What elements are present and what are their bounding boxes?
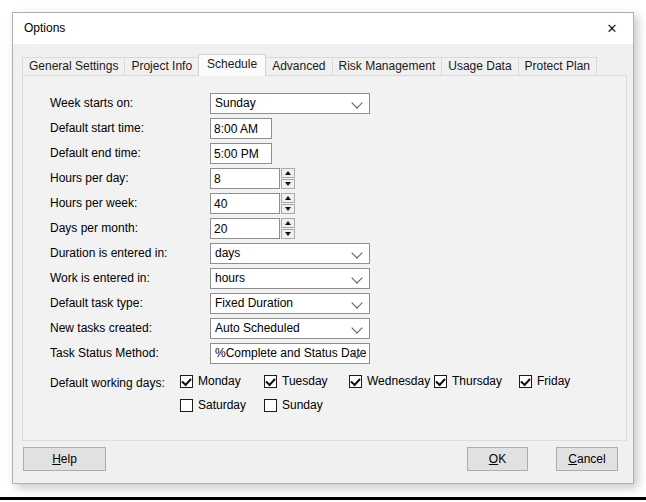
row-days-per-month: Days per month: bbox=[50, 218, 295, 239]
wednesday-checkbox-box[interactable] bbox=[349, 375, 362, 388]
cancel-button[interactable]: Cancel bbox=[556, 447, 618, 471]
spin-down-button[interactable] bbox=[281, 179, 295, 189]
wednesday-label: Wednesday bbox=[367, 374, 430, 388]
checkbox-saturday[interactable]: Saturday bbox=[180, 397, 246, 413]
row-hours-per-week: Hours per week: bbox=[50, 193, 295, 214]
chevron-down-icon bbox=[351, 272, 362, 283]
work-entered-in-label: Work is entered in: bbox=[50, 268, 210, 289]
schedule-tab-panel: Week starts on: Sunday Default start tim… bbox=[22, 75, 627, 441]
checkbox-monday[interactable]: Monday bbox=[180, 373, 241, 389]
tab-strip: General Settings Project Info Schedule A… bbox=[22, 54, 596, 76]
row-hours-per-day: Hours per day: bbox=[50, 168, 295, 189]
default-task-type-combobox[interactable]: Fixed Duration bbox=[210, 293, 370, 314]
hours-per-day-stepper bbox=[210, 168, 295, 189]
chevron-down-icon bbox=[351, 247, 362, 258]
work-entered-in-value: hours bbox=[215, 269, 245, 288]
arrow-up-icon bbox=[285, 171, 291, 175]
chevron-down-icon bbox=[351, 322, 362, 333]
title-bar: Options ✕ bbox=[13, 13, 633, 44]
checkbox-tuesday[interactable]: Tuesday bbox=[264, 373, 328, 389]
duration-entered-in-label: Duration is entered in: bbox=[50, 243, 210, 264]
week-starts-on-combobox[interactable]: Sunday bbox=[210, 93, 370, 114]
cancel-button-label: ancel bbox=[577, 452, 606, 466]
checkbox-friday[interactable]: Friday bbox=[519, 373, 570, 389]
tab-general-settings[interactable]: General Settings bbox=[22, 57, 125, 76]
row-new-tasks-created: New tasks created: Auto Scheduled bbox=[50, 318, 370, 339]
tab-usage-data[interactable]: Usage Data bbox=[441, 57, 518, 76]
tab-protect-plan[interactable]: Protect Plan bbox=[518, 57, 597, 76]
hours-per-week-stepper bbox=[210, 193, 295, 214]
checkmark-icon bbox=[350, 375, 360, 386]
hours-per-day-label: Hours per day: bbox=[50, 168, 210, 189]
default-task-type-label: Default task type: bbox=[50, 293, 210, 314]
tuesday-checkbox-box[interactable] bbox=[264, 375, 277, 388]
duration-entered-in-value: days bbox=[215, 244, 240, 263]
spin-up-button[interactable] bbox=[281, 168, 295, 178]
arrow-down-icon bbox=[285, 182, 291, 186]
checkbox-sunday[interactable]: Sunday bbox=[264, 397, 323, 413]
tab-schedule[interactable]: Schedule bbox=[198, 54, 266, 76]
row-default-start-time: Default start time: bbox=[50, 118, 272, 139]
spin-up-button[interactable] bbox=[281, 218, 295, 228]
checkbox-thursday[interactable]: Thursday bbox=[434, 373, 502, 389]
work-entered-in-combobox[interactable]: hours bbox=[210, 268, 370, 289]
help-button[interactable]: Help bbox=[23, 447, 106, 471]
cancel-button-mnemonic: C bbox=[568, 452, 577, 466]
help-button-mnemonic: H bbox=[52, 452, 61, 466]
arrow-down-icon bbox=[285, 207, 291, 211]
friday-label: Friday bbox=[537, 374, 570, 388]
hours-per-week-label: Hours per week: bbox=[50, 193, 210, 214]
hours-per-week-input[interactable] bbox=[210, 193, 280, 214]
default-end-time-label: Default end time: bbox=[50, 143, 210, 164]
days-per-month-label: Days per month: bbox=[50, 218, 210, 239]
row-week-starts-on: Week starts on: Sunday bbox=[50, 93, 370, 114]
checkmark-icon bbox=[520, 375, 530, 386]
saturday-checkbox-box[interactable] bbox=[180, 399, 193, 412]
tab-project-info[interactable]: Project Info bbox=[124, 57, 199, 76]
duration-entered-in-combobox[interactable]: days bbox=[210, 243, 370, 264]
checkmark-icon bbox=[435, 375, 445, 386]
week-starts-on-label: Week starts on: bbox=[50, 93, 210, 114]
options-dialog: Options ✕ General Settings Project Info … bbox=[12, 12, 634, 484]
days-per-month-input[interactable] bbox=[210, 218, 280, 239]
days-per-month-stepper bbox=[210, 218, 295, 239]
close-icon[interactable]: ✕ bbox=[595, 16, 629, 41]
task-status-method-label: Task Status Method: bbox=[50, 343, 210, 364]
row-duration-entered-in: Duration is entered in: days bbox=[50, 243, 370, 264]
new-tasks-created-label: New tasks created: bbox=[50, 318, 210, 339]
task-status-method-value: %Complete and Status Date bbox=[215, 344, 366, 363]
default-end-time-input[interactable] bbox=[210, 143, 272, 164]
saturday-label: Saturday bbox=[198, 398, 246, 412]
tab-risk-management[interactable]: Risk Management bbox=[332, 57, 443, 76]
default-start-time-label: Default start time: bbox=[50, 118, 210, 139]
help-button-label: elp bbox=[61, 452, 77, 466]
window-title: Options bbox=[24, 21, 65, 35]
arrow-up-icon bbox=[285, 221, 291, 225]
checkmark-icon bbox=[265, 375, 275, 386]
ok-button-label: K bbox=[498, 452, 506, 466]
new-tasks-created-combobox[interactable]: Auto Scheduled bbox=[210, 318, 370, 339]
spin-down-button[interactable] bbox=[281, 204, 295, 214]
friday-checkbox-box[interactable] bbox=[519, 375, 532, 388]
hours-per-week-spin-buttons bbox=[281, 193, 295, 214]
thursday-label: Thursday bbox=[452, 374, 502, 388]
thursday-checkbox-box[interactable] bbox=[434, 375, 447, 388]
week-starts-on-value: Sunday bbox=[215, 94, 256, 113]
arrow-down-icon bbox=[285, 232, 291, 236]
hours-per-day-spin-buttons bbox=[281, 168, 295, 189]
sunday-checkbox-box[interactable] bbox=[264, 399, 277, 412]
ok-button[interactable]: OK bbox=[467, 447, 528, 471]
checkbox-wednesday[interactable]: Wednesday bbox=[349, 373, 430, 389]
tab-advanced[interactable]: Advanced bbox=[265, 57, 332, 76]
new-tasks-created-value: Auto Scheduled bbox=[215, 319, 300, 338]
monday-checkbox-box[interactable] bbox=[180, 375, 193, 388]
hours-per-day-input[interactable] bbox=[210, 168, 280, 189]
spin-down-button[interactable] bbox=[281, 229, 295, 239]
arrow-up-icon bbox=[285, 196, 291, 200]
sunday-label: Sunday bbox=[282, 398, 323, 412]
spin-up-button[interactable] bbox=[281, 193, 295, 203]
default-start-time-input[interactable] bbox=[210, 118, 272, 139]
row-default-task-type: Default task type: Fixed Duration bbox=[50, 293, 370, 314]
task-status-method-combobox[interactable]: %Complete and Status Date bbox=[210, 343, 370, 364]
row-default-end-time: Default end time: bbox=[50, 143, 272, 164]
